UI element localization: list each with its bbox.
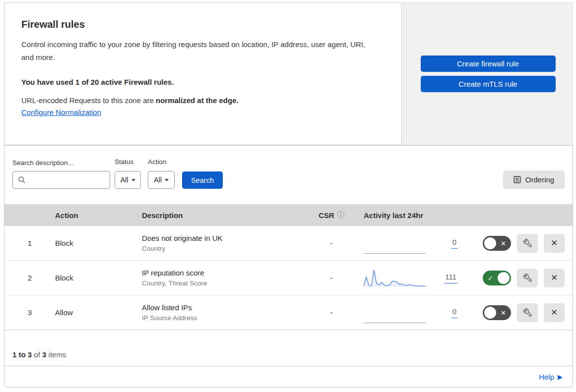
column-description: Description	[142, 211, 299, 220]
search-description-label: Search description...	[12, 159, 73, 167]
toggle-knob	[498, 272, 510, 284]
column-action: Action	[55, 211, 142, 220]
rule-description-title: IP reputation score	[142, 269, 299, 277]
rule-description-title: Does not originate in UK	[142, 234, 299, 242]
search-icon	[18, 176, 26, 184]
rule-action: Allow	[55, 308, 142, 317]
activity-sparkline-flat	[364, 302, 426, 323]
rule-description-fields: IP Source Address	[142, 314, 299, 322]
rule-action: Block	[55, 274, 142, 282]
column-csr: CSR ⓘ	[319, 211, 344, 220]
status-filter-dropdown[interactable]: All	[115, 171, 141, 189]
wrench-icon	[523, 239, 532, 247]
table-row: 2 Block IP reputation score Country, Thr…	[4, 261, 573, 295]
toggle-knob	[484, 237, 496, 249]
caret-down-icon	[131, 179, 135, 181]
ordering-button[interactable]: Ordering	[503, 170, 565, 189]
rules-list-card: Search description... Status All Action …	[4, 145, 573, 366]
search-button[interactable]: Search	[182, 171, 223, 189]
close-icon: ✕	[551, 273, 558, 283]
rule-csr-value: -	[299, 239, 364, 247]
action-filter-label: Action	[148, 158, 167, 166]
rule-activity-cell: 0	[364, 233, 470, 254]
rule-activity-cell: 111	[364, 268, 470, 288]
table-row: 3 Allow Allow listed IPs IP Source Addre…	[4, 295, 573, 330]
cta-panel: Create firewall rule Create mTLS rule	[403, 2, 573, 145]
filter-bar: Search description... Status All Action …	[4, 146, 573, 204]
pagination-range: 1 to 3	[12, 350, 32, 359]
pagination-status: 1 to 3 of 3 items	[4, 330, 573, 365]
configure-normalization-link[interactable]: Configure Normalization	[21, 108, 101, 116]
activity-count-link[interactable]: 111	[444, 273, 457, 283]
rule-controls: ✓ ✕ ✕	[470, 269, 565, 287]
activity-count-link[interactable]: 0	[451, 238, 457, 249]
table-header-row: Action Description CSR ⓘ Activity last 2…	[4, 204, 573, 226]
edit-rule-button[interactable]	[517, 303, 538, 322]
action-filter-dropdown[interactable]: All	[148, 171, 175, 189]
page-title: Firewall rules	[21, 19, 382, 30]
table-row: 1 Block Does not originate in UK Country…	[4, 226, 573, 261]
rule-activity-cell: 0	[364, 302, 470, 323]
close-icon: ✕	[551, 307, 558, 318]
rule-description-title: Allow listed IPs	[142, 303, 299, 312]
wrench-icon	[523, 308, 532, 317]
edit-rule-button[interactable]	[517, 269, 538, 287]
help-arrow-icon: ▶	[558, 374, 563, 380]
ordering-button-label: Ordering	[525, 175, 554, 184]
rule-enabled-toggle[interactable]: ✓ ✕	[483, 305, 511, 320]
check-icon: ✓	[488, 274, 493, 281]
delete-rule-button[interactable]: ✕	[544, 234, 565, 253]
help-bar: Help ▶	[4, 366, 573, 388]
rule-csr-value: -	[299, 274, 364, 282]
delete-rule-button[interactable]: ✕	[544, 303, 565, 322]
pagination-of: of	[32, 350, 42, 359]
rule-description-fields: Country, Threat Score	[142, 280, 299, 287]
rule-priority: 1	[4, 239, 55, 247]
firewall-intro-card: Firewall rules Control incoming traffic …	[4, 2, 402, 145]
intro-section: Firewall rules Control incoming traffic …	[4, 2, 573, 145]
pagination-items: items	[46, 350, 66, 359]
rule-priority: 3	[4, 308, 55, 317]
rule-description-fields: Country	[142, 245, 299, 252]
search-input[interactable]	[12, 171, 110, 189]
rule-description: Allow listed IPs IP Source Address	[142, 303, 299, 322]
normalization-note-bold: normalized at the edge.	[156, 96, 239, 105]
x-icon: ✕	[501, 309, 506, 316]
info-icon[interactable]: ⓘ	[337, 211, 344, 220]
activity-sparkline-flat	[364, 233, 426, 254]
rule-controls: ✓ ✕ ✕	[470, 234, 565, 253]
column-activity: Activity last 24hr	[364, 211, 470, 220]
rule-enabled-toggle[interactable]: ✓ ✕	[483, 271, 511, 285]
create-firewall-rule-button[interactable]: Create firewall rule	[421, 56, 556, 72]
delete-rule-button[interactable]: ✕	[544, 269, 565, 287]
sparkline-chart	[364, 268, 426, 288]
help-link-label: Help	[539, 373, 554, 381]
rule-controls: ✓ ✕ ✕	[470, 303, 565, 322]
normalization-note-text: URL-encoded Requests to this zone are	[21, 96, 156, 105]
help-link[interactable]: Help ▶	[539, 373, 563, 381]
wrench-icon	[523, 274, 532, 282]
close-icon: ✕	[551, 238, 558, 248]
activity-sparkline	[364, 268, 426, 288]
usage-summary: You have used 1 of 20 active Firewall ru…	[21, 78, 382, 86]
caret-down-icon	[165, 179, 169, 181]
intro-description: Control incoming traffic to your zone by…	[21, 38, 374, 64]
rule-csr-value: -	[299, 308, 364, 317]
rule-description: IP reputation score Country, Threat Scor…	[142, 269, 299, 287]
rule-priority: 2	[4, 274, 55, 282]
x-icon: ✕	[501, 239, 506, 247]
rule-enabled-toggle[interactable]: ✓ ✕	[483, 236, 511, 251]
ordering-list-icon	[513, 176, 521, 183]
normalization-note: URL-encoded Requests to this zone are no…	[21, 96, 382, 105]
create-mtls-rule-button[interactable]: Create mTLS rule	[421, 76, 556, 92]
pagination-total: 3	[42, 350, 46, 359]
status-filter-label: Status	[115, 158, 133, 166]
column-csr-label: CSR	[319, 211, 334, 220]
rule-action: Block	[55, 239, 142, 247]
edit-rule-button[interactable]	[517, 234, 538, 253]
action-filter-value: All	[154, 176, 162, 184]
activity-count-link[interactable]: 0	[451, 307, 457, 318]
status-filter-value: All	[120, 176, 128, 184]
rule-description: Does not originate in UK Country	[142, 234, 299, 252]
toggle-knob	[484, 307, 496, 319]
